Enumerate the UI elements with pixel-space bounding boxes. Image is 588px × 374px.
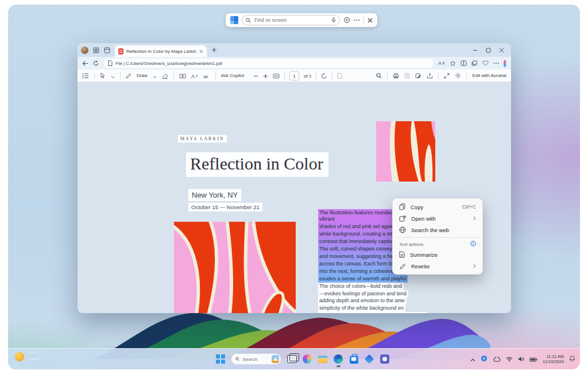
more-options-icon[interactable] [354,19,360,21]
read-aloud-icon[interactable]: A [438,60,445,66]
task-view-button[interactable] [287,354,297,364]
rotate-icon[interactable] [321,71,327,81]
menu-item-open-with[interactable]: Open with [395,213,480,224]
find-on-screen-input[interactable] [253,17,329,24]
browser-tab[interactable]: Reflection in Color by Maya Larkin [115,45,207,57]
edit-with-acrobat-button[interactable]: Edit with Acrobat [472,73,506,78]
select-tool-chevron-icon[interactable] [111,71,115,81]
fit-to-width-icon[interactable] [273,71,280,81]
search-icon [246,18,251,23]
file-explorer-button[interactable] [318,354,328,364]
menu-item-summarize[interactable]: Summarize [395,249,480,260]
security-icon[interactable] [481,354,488,364]
close-icon[interactable] [368,18,373,23]
taskbar: 78°F Sunny [8,348,580,369]
start-button[interactable] [216,354,225,364]
svg-text:A: A [438,60,442,66]
menu-item-label: Open with [411,215,436,222]
table-of-contents-icon[interactable] [82,71,89,81]
read-aloud-pdf-icon[interactable]: A [191,71,198,81]
workspaces-icon[interactable] [93,47,99,53]
weather-temp: 78°F [28,352,37,357]
browser-essentials-icon[interactable] [482,60,489,66]
two-page-view-icon[interactable] [179,71,186,81]
clock[interactable]: 11:11 AM 11/19/2024 [543,354,564,364]
menu-item-label: Search the web [411,227,449,233]
text-line: clarity and purity of the forms, allowin… [318,312,427,313]
fullscreen-icon[interactable] [444,71,450,81]
search-highlight-image[interactable] [272,355,279,363]
weather-widget[interactable]: 78°F Sunny [15,352,40,362]
doc-author: MAYA LARKIN [178,135,227,142]
menu-item-label: Summarize [410,252,438,258]
notification-bell-icon[interactable] [569,354,575,364]
search-document-icon[interactable] [376,71,382,81]
teams-button[interactable] [380,354,390,364]
favorites-star-icon[interactable] [450,60,456,67]
scope-icon[interactable] [343,17,350,24]
doc-title: Reflection in Color [186,152,328,177]
address-pill[interactable]: File | C:/Users/Onedrive/s_izza/lovegive… [103,59,434,68]
draw-pen-icon[interactable] [126,71,131,81]
microsoft-365-button[interactable] [365,354,374,364]
shortcut-label: Ctrl+C [462,204,476,210]
search-icon [235,357,239,361]
zoom-in-icon[interactable] [263,71,268,81]
artwork-top-right [376,121,435,182]
select-tool-icon[interactable] [100,71,106,81]
onedrive-cloud-icon[interactable] [493,354,501,364]
menu-item-label: Rewrite [411,263,430,269]
microsoft-store-button[interactable] [349,354,359,364]
taskbar-search[interactable] [231,353,281,365]
menu-item-copy[interactable]: Copy Ctrl+C [395,201,480,213]
split-screen-icon[interactable] [461,60,467,66]
minimize-icon[interactable] [473,45,478,55]
mic-icon[interactable] [331,17,336,23]
collections-icon[interactable] [471,60,478,66]
text-line: —evokes feelings of passion and tend [318,290,408,298]
battery-icon[interactable] [529,354,537,364]
menu-item-rewrite[interactable]: Rewrite [395,260,480,272]
tab-actions-icon[interactable] [104,47,110,53]
menu-item-search-web[interactable]: Search the web [395,224,480,236]
maximize-icon[interactable] [486,45,491,55]
window-controls [473,45,508,55]
settings-gear-icon[interactable] [455,71,461,81]
save-edits-icon[interactable] [415,71,421,81]
copilot-app-button[interactable] [303,354,312,364]
close-window-icon[interactable] [499,45,504,55]
summarize-doc-icon [399,251,405,258]
chevron-up-icon[interactable] [470,354,475,364]
zoom-out-icon[interactable] [253,71,258,81]
draw-chevron-icon[interactable] [153,71,157,81]
copilot-button[interactable] [504,60,506,67]
page-number-input[interactable]: 1 [289,71,299,80]
visual-search-logo [230,16,238,24]
draw-label[interactable]: Draw [137,73,148,78]
doc-dates: October 15 — November 21 [188,203,262,211]
taskbar-search-input[interactable] [242,356,269,363]
settings-more-icon[interactable] [493,62,499,64]
share-icon[interactable] [427,71,433,81]
new-tab-icon[interactable] [211,47,217,53]
volume-icon[interactable] [518,354,524,364]
page-view-icon [337,71,342,81]
back-icon[interactable] [82,61,88,66]
find-input-wrap[interactable] [242,15,340,25]
wifi-icon[interactable] [506,354,513,364]
svg-text:ab: ab [203,74,208,79]
profile-avatar[interactable] [81,47,88,54]
ask-copilot-label[interactable]: Ask Copilot [221,73,244,78]
copy-icon [399,203,405,210]
page-count-label: of 1 [304,74,311,79]
info-icon[interactable] [470,241,476,248]
tab-close-icon[interactable] [199,49,203,53]
print-icon[interactable] [393,71,399,81]
dictionary-icon[interactable]: ab [203,71,210,81]
edge-app-button[interactable] [334,354,343,364]
menu-divider [396,237,479,238]
eraser-icon[interactable] [162,71,168,81]
date-label: 11/19/2024 [543,359,564,364]
refresh-icon[interactable] [93,60,99,66]
pdf-toolbar: Draw A ab Ask Copilot [78,70,511,82]
